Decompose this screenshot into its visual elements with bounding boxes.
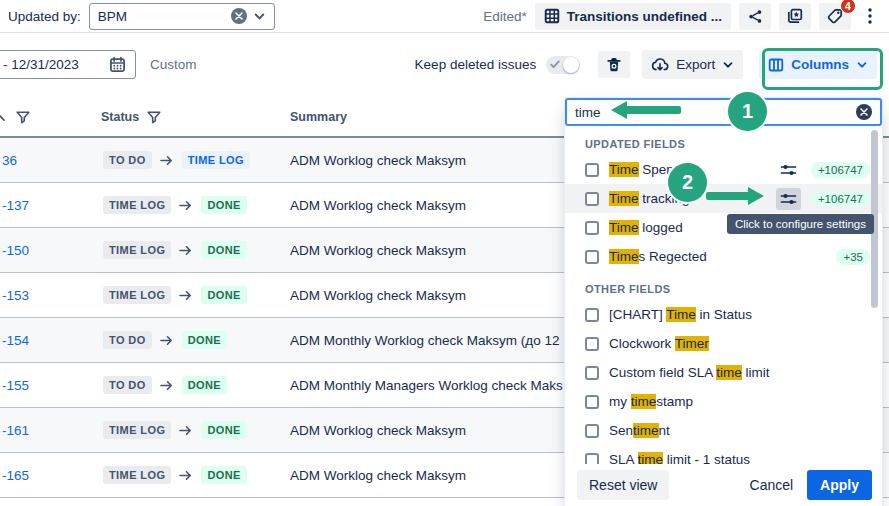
- toggle-knob: [563, 57, 579, 73]
- issue-key-link[interactable]: -153: [2, 288, 29, 303]
- columns-icon: [768, 57, 784, 73]
- transition-arrow-icon: [179, 200, 193, 211]
- issue-summary: ADM Monthly Worklog check Maksym (до 12: [290, 333, 559, 348]
- field-label: Time tracking: [609, 191, 766, 206]
- transition-arrow-icon: [179, 425, 193, 436]
- columns-button[interactable]: Columns: [759, 50, 877, 79]
- field-search-box[interactable]: [565, 98, 882, 126]
- status-from-lozenge: TIME LOG: [103, 286, 171, 304]
- field-checkbox[interactable]: [585, 337, 599, 351]
- key-cell: -161: [2, 423, 29, 438]
- status-cell: TIME LOG DONE: [103, 241, 247, 259]
- field-option[interactable]: Time tracking +106747: [565, 184, 882, 213]
- issue-key-link[interactable]: 36: [2, 153, 17, 168]
- summary-column-header[interactable]: Summary: [290, 110, 347, 124]
- transition-arrow-icon: [160, 155, 174, 166]
- field-checkbox[interactable]: [585, 163, 599, 177]
- status-from-lozenge: TIME LOG: [103, 196, 171, 214]
- issue-summary: ADM Worklog check Maksym: [290, 288, 466, 303]
- issue-summary: ADM Worklog check Maksym: [290, 198, 466, 213]
- settings-sliders-icon[interactable]: [776, 188, 801, 210]
- field-checkbox[interactable]: [585, 221, 599, 235]
- count-badge: +106747: [811, 191, 870, 207]
- transition-arrow-icon: [179, 290, 193, 301]
- calendar-icon[interactable]: [109, 56, 126, 73]
- status-to-lozenge: DONE: [201, 421, 246, 439]
- updated-by-value: BPM: [98, 9, 225, 24]
- updated-fields-header: UPDATED FIELDS: [565, 126, 882, 155]
- field-option[interactable]: Time Spent +106747: [565, 155, 882, 184]
- field-label: Times Regected: [609, 249, 826, 264]
- field-option[interactable]: Custom field SLA time limit: [565, 358, 882, 387]
- transition-arrow-icon: [160, 380, 174, 391]
- field-option[interactable]: my timestamp: [565, 387, 882, 416]
- export-button[interactable]: Export: [642, 50, 743, 79]
- issue-key-link[interactable]: -155: [2, 378, 29, 393]
- status-to-lozenge: DONE: [201, 241, 246, 259]
- field-label: Custom field SLA time limit: [609, 365, 870, 380]
- issue-summary: ADM Worklog check Maksym: [290, 423, 466, 438]
- clear-filter-icon[interactable]: [231, 8, 247, 24]
- issue-summary: ADM Worklog check Maksym: [290, 468, 466, 483]
- status-from-lozenge: TIME LOG: [103, 421, 171, 439]
- field-option[interactable]: [CHART] Time in Status: [565, 300, 882, 329]
- issue-key-link[interactable]: -150: [2, 243, 29, 258]
- field-option[interactable]: Clockwork Timer: [565, 329, 882, 358]
- status-column-header[interactable]: Status: [101, 110, 161, 124]
- field-label: Time Spent: [609, 162, 766, 177]
- issue-key-link[interactable]: -154: [2, 333, 29, 348]
- transition-arrow-icon: [179, 245, 193, 256]
- reset-view-button[interactable]: Reset view: [577, 470, 669, 500]
- keep-deleted-label: Keep deleted issues: [415, 57, 537, 72]
- status-to-lozenge: TIME LOG: [182, 151, 250, 169]
- cancel-button[interactable]: Cancel: [750, 477, 794, 493]
- apply-button[interactable]: Apply: [807, 470, 872, 500]
- chevron-down-icon: [856, 59, 868, 71]
- issue-summary: ADM Monthly Managers Worklog check Maks: [290, 378, 563, 393]
- key-cell: -154: [2, 333, 29, 348]
- status-from-lozenge: TO DO: [103, 376, 152, 394]
- field-checkbox[interactable]: [585, 192, 599, 206]
- transitions-button-label: Transitions undefined ...: [567, 9, 722, 24]
- keep-deleted-toggle[interactable]: [546, 56, 580, 74]
- sort-ascending-icon[interactable]: [0, 113, 6, 122]
- field-checkbox[interactable]: [585, 395, 599, 409]
- field-option[interactable]: Times Regected +35: [565, 242, 882, 271]
- clear-search-icon[interactable]: [856, 104, 872, 120]
- filter-bar: - 12/31/2023 Custom Keep deleted issues …: [0, 33, 889, 96]
- delete-button[interactable]: [598, 51, 630, 78]
- status-to-lozenge: DONE: [201, 286, 246, 304]
- key-cell: 36: [2, 153, 17, 168]
- status-cell: TO DO TIME LOG: [103, 151, 250, 169]
- updated-by-select[interactable]: BPM: [89, 3, 275, 30]
- more-menu-button[interactable]: [859, 3, 881, 30]
- trash-icon: [606, 57, 622, 73]
- custom-range-label: Custom: [150, 57, 197, 72]
- field-checkbox[interactable]: [585, 366, 599, 380]
- date-range-value: - 12/31/2023: [3, 57, 101, 72]
- updated-fields-list: Time Spent +106747 Time tracking +106747…: [565, 155, 882, 271]
- field-checkbox[interactable]: [585, 250, 599, 264]
- filter-funnel-icon[interactable]: [147, 111, 161, 124]
- status-header-label: Status: [101, 110, 139, 124]
- field-option[interactable]: Sentiment: [565, 416, 882, 445]
- issue-key-link[interactable]: -165: [2, 468, 29, 483]
- transitions-report-button[interactable]: Transitions undefined ...: [535, 3, 731, 30]
- card-star-icon: [787, 8, 803, 24]
- key-cell: -155: [2, 378, 29, 393]
- check-icon: [550, 60, 560, 69]
- status-to-lozenge: DONE: [182, 331, 227, 349]
- issue-key-link[interactable]: -161: [2, 423, 29, 438]
- field-checkbox[interactable]: [585, 308, 599, 322]
- key-cell: -137: [2, 198, 29, 213]
- settings-sliders-icon[interactable]: [776, 159, 801, 181]
- settings-tooltip: Click to configure settings: [727, 214, 874, 234]
- field-search-input[interactable]: [575, 105, 850, 120]
- share-button[interactable]: [739, 3, 771, 30]
- saved-views-button[interactable]: [779, 3, 811, 30]
- issue-key-link[interactable]: -137: [2, 198, 29, 213]
- date-range-input[interactable]: - 12/31/2023: [0, 50, 136, 79]
- filter-funnel-icon[interactable]: [16, 111, 30, 124]
- field-checkbox[interactable]: [585, 424, 599, 438]
- field-label: [CHART] Time in Status: [609, 307, 870, 322]
